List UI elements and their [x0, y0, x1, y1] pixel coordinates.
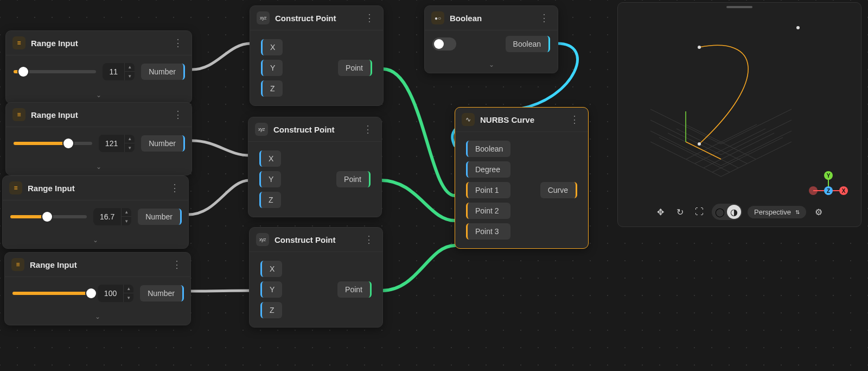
svg-line-7 — [721, 109, 792, 144]
axis-z-handle[interactable]: Z — [824, 186, 833, 195]
boolean-icon: ●○ — [431, 11, 444, 24]
node-boolean[interactable]: ●○ Boolean ⋮ Boolean ⌄ — [424, 5, 558, 73]
more-icon[interactable]: ⋮ — [171, 109, 185, 121]
input-port-point-2[interactable]: Point 2 — [466, 203, 510, 219]
output-port-point[interactable]: Point — [336, 171, 371, 187]
output-port-number[interactable]: Number — [141, 64, 185, 80]
sliders-icon: ≡ — [12, 36, 25, 49]
input-port-point-3[interactable]: Point 3 — [466, 223, 510, 240]
node-construct-point-1[interactable]: xyz Construct Point ⋮ X Y Z Point — [250, 5, 384, 106]
axis-neg-x-handle[interactable] — [809, 186, 818, 195]
input-port-degree[interactable]: Degree — [466, 161, 510, 178]
node-nurbs-curve[interactable]: ∿ NURBS Curve ⋮ Boolean Degree Point 1 P… — [455, 107, 589, 249]
input-port-x[interactable]: X — [259, 150, 281, 167]
step-up-icon[interactable]: ▲ — [125, 63, 135, 72]
more-icon[interactable]: ⋮ — [362, 234, 376, 246]
more-icon[interactable]: ⋮ — [168, 182, 182, 194]
boolean-toggle[interactable] — [432, 37, 456, 51]
input-port-z[interactable]: Z — [261, 80, 283, 97]
more-icon[interactable]: ⋮ — [171, 37, 185, 49]
input-port-y[interactable]: Y — [259, 171, 281, 187]
step-up-icon[interactable]: ▲ — [122, 208, 131, 217]
input-port-z[interactable]: Z — [259, 192, 281, 208]
range-value-input[interactable]: 11 ▲▼ — [103, 63, 135, 80]
step-down-icon[interactable]: ▼ — [122, 217, 131, 225]
chevron-updown-icon: ⇅ — [795, 209, 800, 215]
range-slider[interactable] — [12, 292, 91, 295]
shaded-option[interactable]: ◑ — [727, 205, 741, 219]
range-slider[interactable] — [10, 215, 87, 218]
chevron-down-icon[interactable]: ⌄ — [6, 88, 192, 103]
svg-line-6 — [721, 120, 792, 155]
shading-toggle[interactable]: ◯ ◑ — [712, 204, 742, 220]
input-port-x[interactable]: X — [261, 39, 283, 55]
more-icon[interactable]: ⋮ — [567, 114, 582, 125]
node-construct-point-3[interactable]: xyz Construct Point ⋮ X Y Z Point — [249, 227, 383, 328]
sliders-icon: ≡ — [11, 258, 24, 271]
svg-point-20 — [698, 142, 701, 146]
step-up-icon[interactable]: ▲ — [124, 285, 133, 293]
node-construct-point-2[interactable]: xyz Construct Point ⋮ X Y Z Point — [248, 117, 382, 217]
node-title: Range Input — [31, 110, 165, 120]
svg-line-10 — [676, 129, 747, 164]
chevron-down-icon[interactable]: ⌄ — [5, 310, 190, 325]
output-port-point[interactable]: Point — [337, 281, 372, 298]
svg-line-8 — [659, 137, 730, 172]
more-icon[interactable]: ⋮ — [170, 259, 184, 271]
output-port-number[interactable]: Number — [140, 285, 184, 301]
projection-select[interactable]: Perspective⇅ — [748, 206, 806, 218]
output-port-number[interactable]: Number — [138, 209, 182, 225]
viewport-panel[interactable]: Y Z X ✥ ↻ ⛶ ◯ ◑ Perspective⇅ ⚙ — [617, 2, 861, 227]
node-title: Range Input — [30, 260, 164, 269]
output-port-curve[interactable]: Curve — [540, 182, 577, 198]
wireframe-option[interactable]: ◯ — [713, 205, 727, 219]
input-port-boolean[interactable]: Boolean — [466, 141, 510, 157]
chevron-down-icon[interactable]: ⌄ — [3, 233, 188, 248]
input-port-y[interactable]: Y — [260, 281, 282, 298]
node-range-input-1[interactable]: ≡ Range Input ⋮ 11 ▲▼ Number ⌄ — [5, 30, 192, 104]
input-port-z[interactable]: Z — [260, 302, 282, 318]
range-value-input[interactable]: 100 ▲▼ — [98, 285, 133, 302]
node-title: Construct Point — [275, 235, 356, 244]
axis-gizmo[interactable]: Y Z X — [807, 173, 850, 200]
range-value-input[interactable]: 16.7 ▲▼ — [93, 208, 131, 225]
curve-icon: ∿ — [462, 113, 475, 126]
range-slider[interactable] — [14, 142, 92, 145]
input-port-point-1[interactable]: Point 1 — [466, 182, 510, 198]
chevron-down-icon[interactable]: ⌄ — [425, 58, 558, 73]
svg-point-18 — [698, 46, 701, 49]
node-title: NURBS Curve — [480, 115, 562, 124]
output-port-boolean[interactable]: Boolean — [506, 36, 550, 52]
range-slider[interactable] — [14, 70, 96, 73]
input-port-x[interactable]: X — [260, 261, 282, 277]
axis-x-handle[interactable]: X — [839, 186, 848, 195]
axis-y-handle[interactable]: Y — [824, 171, 833, 180]
reset-view-icon[interactable]: ↻ — [673, 205, 687, 219]
more-icon[interactable]: ⋮ — [361, 123, 375, 135]
step-up-icon[interactable]: ▲ — [125, 135, 135, 143]
input-port-y[interactable]: Y — [261, 60, 283, 76]
svg-point-19 — [796, 26, 800, 29]
xyz-icon: xyz — [257, 11, 270, 24]
orbit-icon[interactable]: ✥ — [653, 205, 667, 219]
chevron-down-icon[interactable]: ⌄ — [6, 160, 192, 175]
node-range-input-2[interactable]: ≡ Range Input ⋮ 121 ▲▼ Number ⌄ — [5, 102, 192, 175]
settings-gear-icon[interactable]: ⚙ — [812, 205, 826, 219]
node-title: Construct Point — [273, 125, 355, 134]
more-icon[interactable]: ⋮ — [362, 12, 376, 24]
svg-line-13 — [704, 133, 774, 168]
output-port-number[interactable]: Number — [141, 135, 185, 152]
node-range-input-4[interactable]: ≡ Range Input ⋮ 100 ▲▼ Number ⌄ — [4, 252, 191, 325]
xyz-icon: xyz — [255, 123, 268, 136]
output-port-point[interactable]: Point — [338, 60, 372, 76]
node-range-input-3[interactable]: ≡ Range Input ⋮ 16.7 ▲▼ Number ⌄ — [2, 175, 189, 249]
range-value-input[interactable]: 121 ▲▼ — [99, 135, 135, 152]
svg-line-5 — [721, 131, 792, 166]
step-down-icon[interactable]: ▼ — [125, 72, 135, 80]
step-down-icon[interactable]: ▼ — [124, 293, 133, 302]
step-down-icon[interactable]: ▼ — [125, 143, 135, 152]
svg-line-11 — [685, 124, 756, 159]
viewport-toolbar: ✥ ↻ ⛶ ◯ ◑ Perspective⇅ ⚙ — [653, 204, 826, 220]
fullscreen-icon[interactable]: ⛶ — [692, 205, 706, 219]
more-icon[interactable]: ⋮ — [537, 12, 551, 24]
